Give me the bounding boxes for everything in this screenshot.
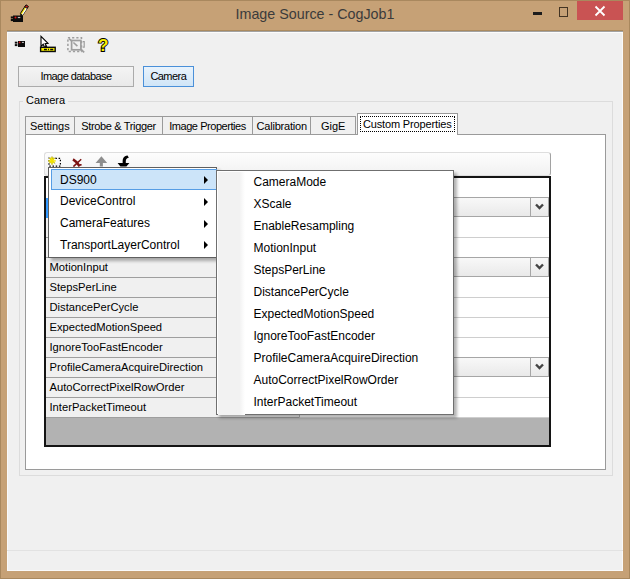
svg-text:?: ? (98, 36, 108, 55)
